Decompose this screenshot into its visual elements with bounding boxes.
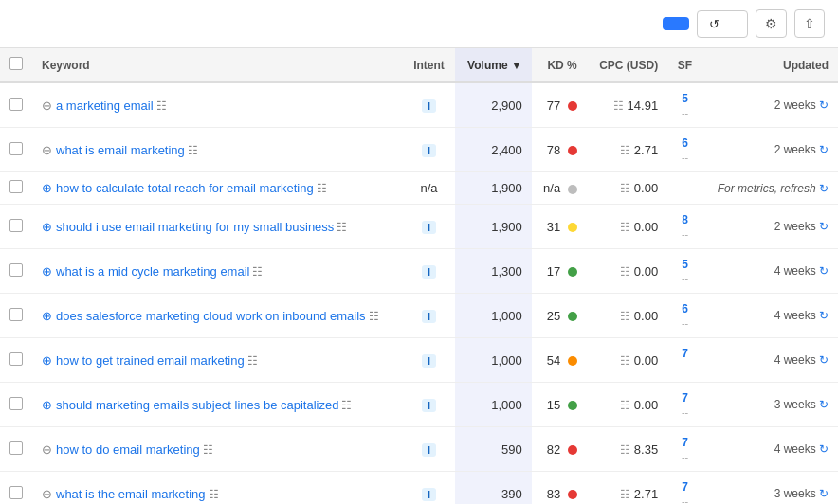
add-to-keyword-list-button[interactable] <box>663 17 689 30</box>
cpc-icon[interactable]: ☷ <box>620 221 630 234</box>
sf-cell: 7-- <box>667 472 702 505</box>
page-icon[interactable]: ☷ <box>188 144 198 157</box>
page-icon[interactable]: ☷ <box>317 182 327 195</box>
intent-cell: I <box>403 82 455 128</box>
check-icon: ⊖ <box>42 442 52 457</box>
sf-value: 8 <box>682 213 688 226</box>
intent-cell: I <box>403 128 455 172</box>
intent-badge: I <box>422 144 436 157</box>
cpc-icon[interactable]: ☷ <box>620 310 630 323</box>
intent-cell: I <box>403 472 455 505</box>
keyword-link[interactable]: how to calculate total reach for email m… <box>56 181 314 195</box>
keyword-link[interactable]: what is the email marketing <box>56 487 206 501</box>
table-row: ⊖what is email marketing☷I2,40078 ☷ 2.71… <box>0 128 838 172</box>
cpc-icon[interactable]: ☷ <box>620 354 630 368</box>
row-checkbox[interactable] <box>9 142 23 155</box>
row-checkbox-cell[interactable] <box>0 172 32 205</box>
refresh-icon[interactable]: ↻ <box>819 220 829 233</box>
cpc-icon[interactable]: ☷ <box>620 265 630 279</box>
volume-cell: 590 <box>455 427 532 472</box>
keyword-link[interactable]: should marketing emails subject lines be… <box>56 398 338 412</box>
row-checkbox[interactable] <box>9 263 23 277</box>
keyword-link[interactable]: how to get trained email marketing <box>56 353 245 368</box>
row-checkbox[interactable] <box>9 219 23 232</box>
row-checkbox[interactable] <box>9 180 23 193</box>
table-row: ⊕how to calculate total reach for email … <box>0 172 838 205</box>
row-checkbox-cell[interactable] <box>0 383 32 427</box>
page-icon[interactable]: ☷ <box>156 99 167 113</box>
sf-value: 6 <box>682 136 688 150</box>
expand-icon[interactable]: ⊕ <box>42 309 52 323</box>
refresh-icon[interactable]: ↻ <box>819 309 829 322</box>
refresh-icon[interactable]: ↻ <box>819 353 829 367</box>
refresh-icon[interactable]: ↻ <box>819 264 829 278</box>
expand-icon[interactable]: ⊕ <box>42 181 52 195</box>
refresh-icon[interactable]: ↻ <box>819 442 829 456</box>
table-row: ⊕should i use email marketing for my sma… <box>0 205 838 249</box>
refresh-icon[interactable]: ↻ <box>819 182 829 195</box>
expand-icon[interactable]: ⊕ <box>42 220 52 234</box>
expand-icon[interactable]: ⊕ <box>42 353 52 368</box>
cpc-icon[interactable]: ☷ <box>613 99 624 113</box>
row-checkbox[interactable] <box>9 441 23 455</box>
refresh-icon[interactable]: ↻ <box>819 487 829 500</box>
col-volume[interactable]: Volume ▼ <box>455 48 532 82</box>
cpc-cell: ☷ 8.35 <box>587 427 667 472</box>
intent-cell: I <box>403 383 455 427</box>
row-checkbox-cell[interactable] <box>0 338 32 383</box>
cpc-icon[interactable]: ☷ <box>620 488 630 501</box>
row-checkbox[interactable] <box>9 98 23 111</box>
cpc-icon[interactable]: ☷ <box>620 182 630 195</box>
page-icon[interactable]: ☷ <box>209 488 219 501</box>
keyword-cell: ⊕should marketing emails subject lines b… <box>32 383 403 427</box>
keyword-link[interactable]: does salesforce marketing cloud work on … <box>56 309 366 323</box>
expand-icon[interactable]: ⊕ <box>42 398 52 412</box>
volume-cell: 1,000 <box>455 338 532 383</box>
page-icon[interactable]: ☷ <box>369 310 379 323</box>
row-checkbox-cell[interactable] <box>0 205 32 249</box>
kd-cell: 15 <box>532 383 587 427</box>
update-button[interactable]: ↺ <box>697 10 748 38</box>
check-icon: ⊖ <box>42 143 52 157</box>
cpc-icon[interactable]: ☷ <box>620 443 630 457</box>
row-checkbox[interactable] <box>9 486 23 499</box>
keyword-link[interactable]: a marketing email <box>56 99 154 113</box>
page-icon[interactable]: ☷ <box>337 221 347 234</box>
page-icon[interactable]: ☷ <box>247 354 258 368</box>
refresh-icon[interactable]: ↻ <box>819 143 829 156</box>
row-checkbox[interactable] <box>9 397 23 410</box>
expand-icon[interactable]: ⊕ <box>42 264 52 279</box>
sf-value: 5 <box>682 92 688 105</box>
row-checkbox-cell[interactable] <box>0 427 32 472</box>
refresh-icon[interactable]: ↻ <box>819 99 829 112</box>
row-checkbox[interactable] <box>9 352 23 366</box>
keyword-table: Keyword Intent Volume ▼ KD % CPC (USD) S… <box>0 48 838 504</box>
row-checkbox[interactable] <box>9 308 23 321</box>
settings-button[interactable]: ⚙ <box>756 9 787 38</box>
keyword-link[interactable]: what is email marketing <box>56 143 185 157</box>
cpc-cell: ☷ 2.71 <box>587 472 667 505</box>
select-all-checkbox[interactable] <box>9 57 23 70</box>
intent-badge: I <box>422 99 436 113</box>
row-checkbox-cell[interactable] <box>0 472 32 505</box>
keyword-link[interactable]: what is a mid cycle marketing email <box>56 264 249 279</box>
sf-cell: 5-- <box>667 82 702 128</box>
page-icon[interactable]: ☷ <box>252 265 263 279</box>
export-button[interactable]: ⇧ <box>794 9 825 38</box>
keyword-link[interactable]: how to do email marketing <box>56 442 200 457</box>
col-sf: SF <box>667 48 702 82</box>
page-icon[interactable]: ☷ <box>203 443 213 457</box>
table-row: ⊖a marketing email☷I2,90077 ☷ 14.915--2 … <box>0 82 838 128</box>
check-icon: ⊖ <box>42 99 52 113</box>
refresh-icon[interactable]: ↻ <box>819 398 829 411</box>
cpc-icon[interactable]: ☷ <box>620 399 630 412</box>
row-checkbox-cell[interactable] <box>0 294 32 338</box>
page-icon[interactable]: ☷ <box>341 399 352 412</box>
row-checkbox-cell[interactable] <box>0 128 32 172</box>
row-checkbox-cell[interactable] <box>0 249 32 294</box>
kd-cell: n/a <box>532 172 587 205</box>
cpc-icon[interactable]: ☷ <box>620 144 630 157</box>
keyword-link[interactable]: should i use email marketing for my smal… <box>56 220 334 234</box>
row-checkbox-cell[interactable] <box>0 82 32 128</box>
col-select-all[interactable] <box>0 48 32 82</box>
